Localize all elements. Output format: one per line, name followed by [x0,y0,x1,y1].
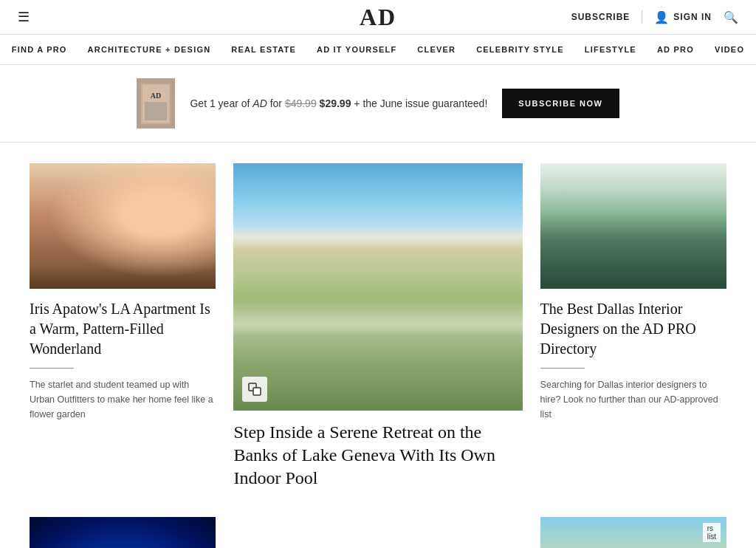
nav-item-clever[interactable]: CLEVER [417,45,456,54]
article-title-lake-geneva[interactable]: Step Inside a Serene Retreat on the Bank… [233,421,522,490]
original-price: $49.99 [285,97,317,109]
article-description-iris: The starlet and student teamed up with U… [30,377,216,422]
article-image-lake-geneva[interactable] [233,163,522,411]
article-card-dallas: The Best Dallas Interior Designers on th… [540,163,726,499]
article-divider-iris [30,368,74,369]
nav-item-architecture[interactable]: ARCHITECTURE + DESIGN [88,45,211,54]
person-icon: 👤 [654,10,670,24]
gallery-icon [242,377,267,402]
bottom-article-blue [30,517,216,548]
promo-text-after: + the June issue guaranteed! [351,97,487,109]
partial-text-overlay: rslist [703,523,721,542]
search-icon[interactable]: 🔍 [724,10,738,24]
svg-text:AD: AD [151,92,161,100]
articles-grid: Iris Apatow's LA Apartment Is a Warm, Pa… [30,163,726,499]
article-image-farmhouse[interactable]: rslist [540,517,726,548]
bottom-article-farmhouse: rslist [540,517,726,548]
subscribe-link[interactable]: SUBSCRIBE [571,12,630,22]
nav-item-real-estate[interactable]: REAL ESTATE [231,45,296,54]
nav-item-lifestyle[interactable]: LIFESTYLE [585,45,636,54]
article-card-lake-geneva: Step Inside a Serene Retreat on the Bank… [233,163,522,499]
bottom-row: rslist [30,517,726,548]
logo[interactable]: AD [360,4,396,31]
sale-price: $29.99 [320,97,351,109]
nav-bar: FIND A PRO ARCHITECTURE + DESIGN REAL ES… [0,35,756,65]
promo-banner: AD Get 1 year of AD for $49.99 $29.99 + … [0,65,756,143]
nav-item-ad-pro[interactable]: AD PRO [657,45,694,54]
article-image-iris[interactable] [30,163,216,289]
article-image-dallas[interactable] [540,163,726,289]
article-description-dallas: Searching for Dallas interior designers … [540,377,726,422]
sign-in-link[interactable]: 👤 SIGN IN [654,10,712,24]
article-card-iris-apatow: Iris Apatow's LA Apartment Is a Warm, Pa… [30,163,216,499]
header-right: SUBSCRIBE 👤 SIGN IN 🔍 [571,10,738,24]
nav-item-celebrity-style[interactable]: CELEBRITY STYLE [476,45,564,54]
nav-item-video[interactable]: VIDEO [715,45,744,54]
article-title-iris[interactable]: Iris Apatow's LA Apartment Is a Warm, Pa… [30,299,216,359]
promo-magazine-cover: AD [137,78,175,129]
article-divider-dallas [540,368,585,369]
nav-item-ad-it-yourself[interactable]: AD IT YOURSELF [317,45,396,54]
article-title-dallas[interactable]: The Best Dallas Interior Designers on th… [540,299,726,359]
header-divider [642,10,642,24]
svg-rect-3 [145,102,167,120]
subscribe-now-button[interactable]: SUBSCRIBE NOW [502,89,619,118]
promo-text: Get 1 year of AD for $49.99 $29.99 + the… [190,97,487,109]
hamburger-icon[interactable]: ☰ [18,9,30,25]
header: ☰ AD SUBSCRIBE 👤 SIGN IN 🔍 [0,0,756,35]
header-left: ☰ [18,9,30,25]
main-content: Iris Apatow's LA Apartment Is a Warm, Pa… [0,143,756,548]
nav-item-find-a-pro[interactable]: FIND A PRO [12,45,67,54]
svg-rect-5 [253,388,261,395]
bottom-article-center [233,517,522,548]
article-image-blue[interactable] [30,517,216,548]
sign-in-label: SIGN IN [673,12,712,22]
